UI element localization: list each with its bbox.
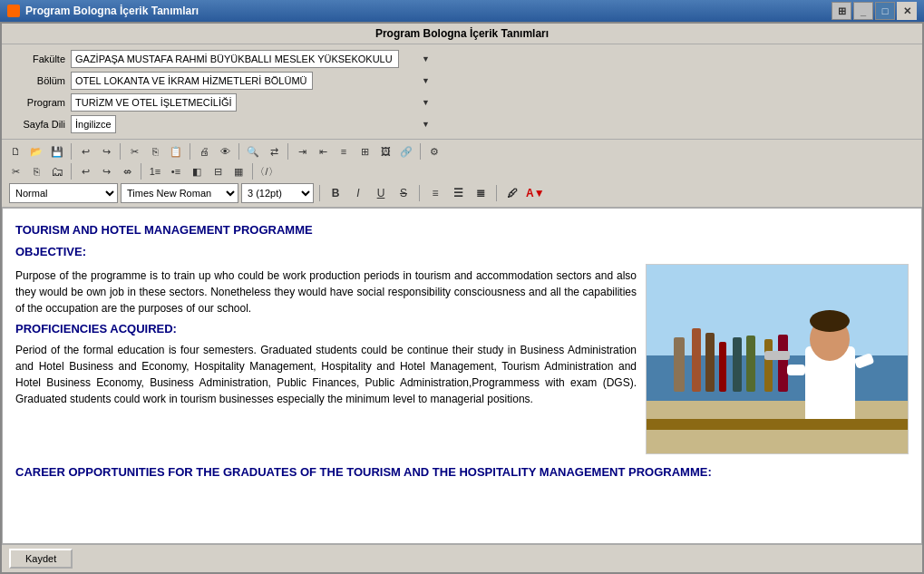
toolbar-sep-2 bbox=[120, 143, 121, 160]
toolbar-source-btn[interactable]: 〈/〉 bbox=[257, 162, 277, 180]
toolbar-paste-btn[interactable]: 📋 bbox=[166, 142, 186, 161]
app-icon bbox=[7, 5, 20, 17]
bolum-select-wrapper[interactable]: OTEL LOKANTA VE İKRAM HİZMETLERİ BÖLÜMÜ bbox=[71, 72, 433, 90]
toolbar-extra-btn[interactable]: ⚙ bbox=[424, 142, 444, 161]
toolbar-sep-9 bbox=[252, 163, 253, 180]
faculty-row: Fakülte GAZİPAŞA MUSTAFA RAHMİ BÜYÜKBALL… bbox=[11, 50, 913, 68]
format-sep-2 bbox=[419, 185, 420, 201]
fontcolor-btn[interactable]: A▼ bbox=[525, 183, 546, 203]
svg-rect-7 bbox=[733, 337, 742, 392]
toolbar-row2-btn4[interactable]: ↩ bbox=[75, 162, 95, 180]
toolbar-ul-btn[interactable]: •≡ bbox=[166, 162, 186, 180]
bolum-select[interactable]: OTEL LOKANTA VE İKRAM HİZMETLERİ BÖLÜMÜ bbox=[71, 72, 313, 90]
faculty-label: Fakülte bbox=[11, 54, 65, 64]
toolbar-cut-btn[interactable]: ✂ bbox=[124, 142, 144, 161]
format-sep-1 bbox=[319, 185, 320, 201]
toolbar-row2-btn3[interactable]: 🗂 bbox=[47, 162, 67, 180]
toolbar-row2-btn6[interactable]: ⇎ bbox=[117, 162, 137, 180]
editor-area[interactable]: TOURISM AND HOTEL MANAGEMENT PROGRAMME O… bbox=[2, 208, 922, 544]
heading1: TOURISM AND HOTEL MANAGEMENT PROGRAMME bbox=[15, 223, 313, 237]
toolbar-ol-btn[interactable]: 1≡ bbox=[145, 162, 165, 180]
italic-btn[interactable]: I bbox=[348, 183, 368, 203]
sub-title-text: Program Bologna İçerik Tanımları bbox=[375, 27, 549, 40]
toolbar-sep-7 bbox=[71, 163, 72, 180]
toolbar-save-btn[interactable]: 💾 bbox=[47, 142, 67, 161]
align-center-btn[interactable]: ☰ bbox=[448, 183, 468, 203]
program-select[interactable]: TURİZM VE OTEL İŞLETMECİLİĞİ bbox=[71, 93, 237, 112]
format-bar: Normal Times New Roman 3 (12pt) B I U S … bbox=[5, 181, 919, 205]
svg-rect-9 bbox=[764, 339, 773, 392]
toolbar-area: 🗋 📂 💾 ↩ ↪ ✂ ⎘ 📋 🖨 👁 🔍 ⇄ ⇥ ⇤ ≡ ⊞ 🖼 🔗 ⚙ bbox=[2, 140, 922, 208]
faculty-select[interactable]: GAZİPAŞA MUSTAFA RAHMİ BÜYÜKBALLI MESLEK… bbox=[71, 50, 399, 68]
toolbar-redo-btn[interactable]: ↪ bbox=[96, 142, 116, 161]
toolbar-print-btn[interactable]: 🖨 bbox=[194, 142, 214, 161]
align-left-btn[interactable]: ≡ bbox=[425, 183, 445, 203]
toolbar-outdent-btn[interactable]: ⇤ bbox=[313, 142, 333, 161]
hotel-image bbox=[646, 264, 909, 454]
main-window: Program Bologna İçerik Tanımları Fakülte… bbox=[0, 22, 924, 574]
svg-rect-6 bbox=[719, 342, 726, 392]
style-select[interactable]: Normal bbox=[9, 183, 118, 203]
toolbar-link-btn[interactable]: 🔗 bbox=[396, 142, 416, 161]
size-select[interactable]: 3 (12pt) bbox=[241, 183, 314, 203]
toolbar-preview-btn[interactable]: 👁 bbox=[215, 142, 235, 161]
svg-rect-10 bbox=[778, 335, 788, 392]
svg-rect-14 bbox=[787, 365, 805, 375]
svg-rect-16 bbox=[764, 351, 790, 360]
highlight-btn[interactable]: 🖊 bbox=[502, 183, 522, 203]
toolbar-replace-btn[interactable]: ⇄ bbox=[264, 142, 284, 161]
align-right-btn[interactable]: ≣ bbox=[471, 183, 491, 203]
paragraph2: Period of the formal education is four s… bbox=[15, 342, 637, 407]
program-row: Program TURİZM VE OTEL İŞLETMECİLİĞİ bbox=[11, 93, 913, 112]
toolbar-align-center-btn[interactable]: ⊟ bbox=[208, 162, 228, 180]
toolbar-row2-btn1[interactable]: ✂ bbox=[5, 162, 25, 180]
minimize-btn[interactable]: _ bbox=[853, 2, 873, 20]
restore-btn[interactable]: □ bbox=[875, 2, 895, 20]
toolbar-sep-6 bbox=[420, 143, 421, 160]
monitor-icon-btn[interactable]: ⊞ bbox=[832, 2, 851, 20]
toolbar-sep-4 bbox=[238, 143, 239, 160]
title-bar-text: Program Bologna İçerik Tanımları bbox=[25, 5, 199, 17]
editor-content: TOURISM AND HOTEL MANAGEMENT PROGRAMME O… bbox=[3, 209, 921, 543]
toolbar-sep-5 bbox=[287, 143, 288, 160]
dil-select-wrapper[interactable]: İngilizce bbox=[71, 115, 433, 133]
toolbar-open-btn[interactable]: 📂 bbox=[26, 142, 46, 161]
toolbar-sep-8 bbox=[141, 163, 141, 180]
program-select-wrapper[interactable]: TURİZM VE OTEL İŞLETMECİLİĞİ bbox=[71, 93, 433, 112]
toolbar-sep-3 bbox=[190, 143, 190, 160]
toolbar-copy-btn[interactable]: ⎘ bbox=[145, 142, 165, 161]
toolbar-row2-btn2[interactable]: ⎘ bbox=[26, 162, 46, 180]
toolbar-table-btn[interactable]: ⊞ bbox=[355, 142, 374, 161]
toolbar-align-left-btn[interactable]: ◧ bbox=[187, 162, 207, 180]
title-bar-controls: ⊞ _ □ ✕ bbox=[832, 2, 917, 20]
toolbar-undo-btn[interactable]: ↩ bbox=[75, 142, 95, 161]
underline-btn[interactable]: U bbox=[371, 183, 391, 203]
paragraph1: Purpose of the programme is to train up … bbox=[15, 268, 637, 316]
toolbar-indent-btn[interactable]: ⇥ bbox=[292, 142, 312, 161]
save-button[interactable]: Kaydet bbox=[9, 549, 73, 569]
toolbar-list-btn[interactable]: ≡ bbox=[334, 142, 354, 161]
bolum-row: Bölüm OTEL LOKANTA VE İKRAM HİZMETLERİ B… bbox=[11, 72, 913, 90]
dil-select[interactable]: İngilizce bbox=[71, 115, 116, 133]
svg-rect-8 bbox=[746, 336, 755, 392]
dil-label: Sayfa Dili bbox=[11, 119, 65, 130]
bold-btn[interactable]: B bbox=[326, 183, 345, 203]
section3-title: CAREER OPPORTUNITIES FOR THE GRADUATES O… bbox=[15, 465, 712, 479]
content-text-block1: Purpose of the programme is to train up … bbox=[15, 264, 637, 454]
section2-title: PROFICIENCIES ACQUIRED: bbox=[15, 322, 177, 336]
svg-point-13 bbox=[810, 310, 850, 332]
svg-rect-3 bbox=[674, 337, 685, 392]
faculty-select-wrapper[interactable]: GAZİPAŞA MUSTAFA RAHMİ BÜYÜKBALLI MESLEK… bbox=[71, 50, 433, 68]
font-select[interactable]: Times New Roman bbox=[121, 183, 238, 203]
toolbar-row2-btn5[interactable]: ↪ bbox=[96, 162, 116, 180]
close-btn[interactable]: ✕ bbox=[897, 2, 917, 20]
toolbar-find-btn[interactable]: 🔍 bbox=[243, 142, 263, 161]
form-area: Fakülte GAZİPAŞA MUSTAFA RAHMİ BÜYÜKBALL… bbox=[2, 44, 922, 140]
toolbar-image-btn[interactable]: 🖼 bbox=[375, 142, 395, 161]
toolbar-table2-btn[interactable]: ▦ bbox=[229, 162, 248, 180]
svg-rect-5 bbox=[705, 333, 715, 392]
strike-btn[interactable]: S bbox=[394, 183, 413, 203]
toolbar-new-btn[interactable]: 🗋 bbox=[5, 142, 25, 161]
bolum-label: Bölüm bbox=[11, 75, 65, 86]
toolbar-row-2: ✂ ⎘ 🗂 ↩ ↪ ⇎ 1≡ •≡ ◧ ⊟ ▦ 〈/〉 bbox=[5, 161, 919, 181]
